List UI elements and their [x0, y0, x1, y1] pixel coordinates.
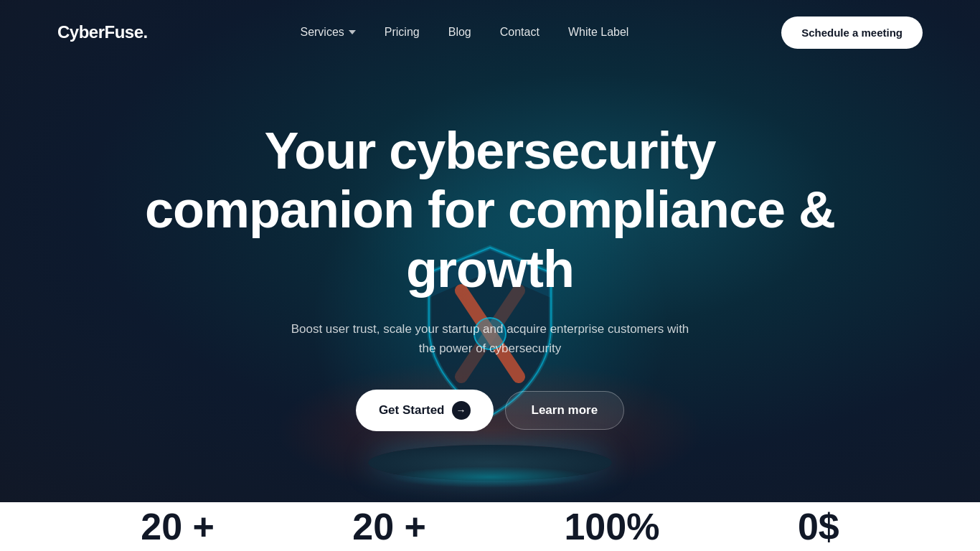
- sidebar-item-white-label[interactable]: White Label: [568, 26, 629, 39]
- chevron-down-icon: [349, 30, 356, 34]
- stat-item-1: 20 +: [141, 508, 215, 545]
- stats-section: 20 + 20 + 100% 0$: [0, 502, 980, 551]
- arrow-icon: →: [452, 401, 471, 420]
- stat-item-3: 100%: [564, 508, 659, 545]
- hero-buttons: Get Started → Learn more: [356, 390, 624, 431]
- hero-content: Your cybersecurity companion for complia…: [0, 50, 980, 502]
- hero-title: Your cybersecurity companion for complia…: [143, 121, 837, 299]
- navbar: CyberFuse. Services Pricing Blog Contact…: [0, 0, 980, 65]
- nav-services-link[interactable]: Services: [300, 26, 355, 39]
- hero-section: CyberFuse. Services Pricing Blog Contact…: [0, 0, 980, 502]
- stat-value-2: 20 +: [352, 506, 426, 547]
- stat-value-1: 20 +: [141, 506, 215, 547]
- stat-item-4: 0$: [798, 508, 839, 545]
- sidebar-item-blog[interactable]: Blog: [448, 26, 471, 39]
- hero-subtitle: Boost user trust, scale your startup and…: [289, 319, 691, 358]
- schedule-meeting-button[interactable]: Schedule a meeting: [781, 17, 923, 49]
- nav-pricing-link[interactable]: Pricing: [385, 26, 420, 38]
- get-started-button[interactable]: Get Started →: [356, 390, 494, 431]
- sidebar-item-pricing[interactable]: Pricing: [385, 26, 420, 39]
- stat-value-3: 100%: [564, 506, 659, 547]
- stat-item-2: 20 +: [352, 508, 426, 545]
- nav-contact-link[interactable]: Contact: [500, 26, 540, 38]
- sidebar-item-services[interactable]: Services: [300, 26, 355, 39]
- nav-white-label-link[interactable]: White Label: [568, 26, 629, 38]
- learn-more-button[interactable]: Learn more: [505, 391, 625, 430]
- nav-blog-link[interactable]: Blog: [448, 26, 471, 38]
- nav-links: Services Pricing Blog Contact White Labe…: [300, 26, 628, 39]
- sidebar-item-contact[interactable]: Contact: [500, 26, 540, 39]
- logo[interactable]: CyberFuse.: [57, 22, 148, 42]
- stat-value-4: 0$: [798, 506, 839, 547]
